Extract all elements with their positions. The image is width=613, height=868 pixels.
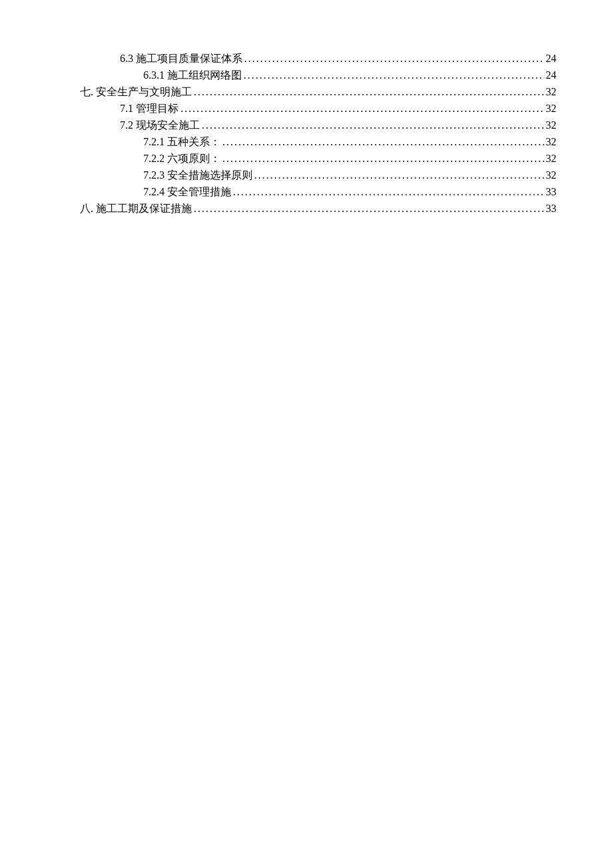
- toc-page-number: 33: [544, 200, 556, 217]
- toc-label: 7.2.2 六项原则：: [143, 150, 221, 167]
- toc-label: 7.2.4 安全管理措施: [143, 183, 231, 200]
- toc-page-number: 32: [544, 150, 556, 167]
- document-page: 6.3 施工项目质量保证体系 .........................…: [0, 0, 613, 868]
- toc-leader: ........................................…: [194, 83, 544, 100]
- toc-page-number: 32: [544, 117, 556, 133]
- toc-page-number: 32: [544, 133, 556, 150]
- toc-label: 7.1 管理目标: [120, 100, 179, 117]
- toc-leader: ........................................…: [233, 183, 544, 200]
- toc-label: 7.2 现场安全施工: [120, 117, 200, 133]
- toc-leader: ........................................…: [194, 200, 544, 217]
- toc-label: 八. 施工工期及保证措施: [80, 200, 192, 217]
- toc-page-number: 32: [544, 83, 556, 100]
- toc-page-number: 32: [544, 100, 556, 117]
- toc-label: 6.3.1 施工组织网络图: [143, 67, 242, 83]
- toc-page-number: 32: [544, 167, 556, 183]
- toc-page-number: 24: [544, 50, 556, 67]
- toc-entry: 7.1 管理目标 ...............................…: [80, 100, 556, 117]
- toc-entry: 7.2.1 五种关系： ............................…: [80, 133, 556, 150]
- toc-label: 7.2.1 五种关系：: [143, 133, 221, 150]
- toc-entry: 6.3 施工项目质量保证体系 .........................…: [80, 50, 556, 67]
- toc-leader: ........................................…: [244, 50, 544, 67]
- toc-entry: 7.2.4 安全管理措施 ...........................…: [80, 183, 556, 200]
- toc-entry: 七. 安全生产与文明施工 ...........................…: [80, 83, 556, 100]
- toc-label: 6.3 施工项目质量保证体系: [120, 50, 243, 67]
- toc-leader: ........................................…: [223, 150, 544, 167]
- toc-entry: 7.2 现场安全施工 .............................…: [80, 117, 556, 133]
- toc-page-number: 24: [544, 67, 556, 83]
- toc-leader: ........................................…: [223, 133, 544, 150]
- toc-entry: 八. 施工工期及保证措施 ...........................…: [80, 200, 556, 217]
- toc-entry: 6.3.1 施工组织网络图 ..........................…: [80, 67, 556, 83]
- toc-entry: 7.2.3 安全措施选择原则 .........................…: [80, 167, 556, 183]
- toc-leader: ........................................…: [202, 117, 544, 133]
- toc-entry: 7.2.2 六项原则： ............................…: [80, 150, 556, 167]
- toc-leader: ........................................…: [181, 100, 544, 117]
- toc-label: 7.2.3 安全措施选择原则: [143, 167, 253, 183]
- toc-leader: ........................................…: [243, 67, 544, 83]
- toc-page-number: 33: [544, 183, 556, 200]
- toc-label: 七. 安全生产与文明施工: [80, 83, 192, 100]
- table-of-contents: 6.3 施工项目质量保证体系 .........................…: [80, 50, 556, 217]
- toc-leader: ........................................…: [254, 167, 544, 183]
